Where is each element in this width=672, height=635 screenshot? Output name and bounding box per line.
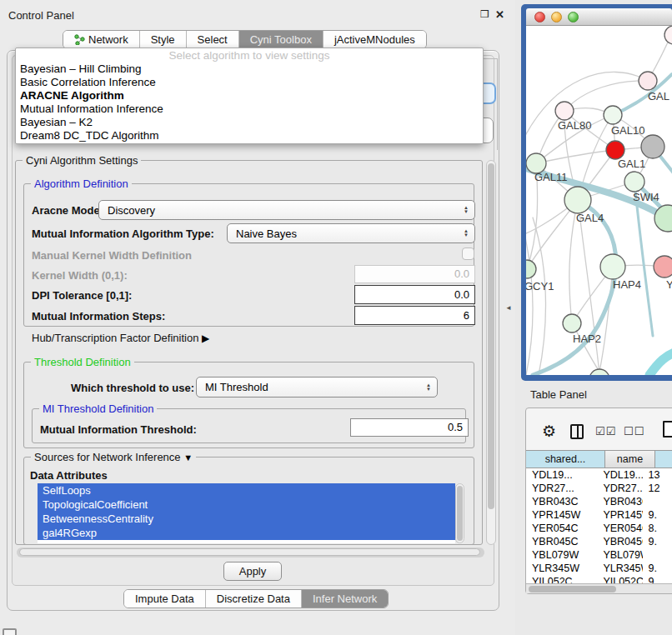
dropdown-item[interactable]: Dream8 DC_TDC Algorithm	[16, 129, 483, 142]
hub-section-toggle[interactable]: Hub/Transcription Factor Definition ▶	[32, 332, 209, 344]
table-cell	[643, 495, 672, 508]
settings-scrollbar-thumb[interactable]	[488, 163, 494, 509]
network-node-gal10[interactable]	[604, 106, 622, 124]
network-node-gal[interactable]	[639, 72, 657, 90]
float-panel-icon[interactable]: ❒	[480, 8, 489, 20]
dropdown-item[interactable]: Bayesian – K2	[16, 116, 483, 129]
network-node[interactable]	[641, 135, 664, 158]
aracne-mode-label: Aracne Mode:	[32, 204, 103, 217]
mi-threshold-field[interactable]: 0.5	[350, 418, 469, 437]
aracne-mode-combo[interactable]: Discovery ▲▼	[98, 200, 475, 220]
table-row[interactable]: YBR043CYBR043C	[526, 495, 672, 508]
table-row[interactable]: YBL079WYBL079W	[526, 548, 672, 562]
table-header-row: shared...name	[526, 450, 672, 468]
deselect-all-checkboxes-icon[interactable]: ☐☐	[624, 425, 644, 438]
network-window-titlebar[interactable]	[526, 8, 672, 26]
table-row[interactable]: YBR045CYBR045C9.	[526, 535, 672, 548]
table-cell: YER054C	[597, 522, 642, 535]
network-canvas[interactable]: GALGAL80GAL10GAL1GAL11SWI4GAL4GCY1HAP4YH…	[526, 26, 672, 375]
network-node-y[interactable]	[654, 256, 672, 278]
tab-jactivemnodules[interactable]: jActiveMNodules	[323, 31, 426, 48]
dropdown-item[interactable]: Mutual Information Inference	[16, 102, 483, 116]
attribute-list-item[interactable]: TopologicalCoefficient	[38, 498, 455, 512]
mi-steps-field[interactable]: 6	[354, 306, 475, 325]
column-header[interactable]: name	[605, 450, 655, 468]
table-cell: YDL19...	[526, 468, 597, 482]
network-node-gcy1[interactable]	[526, 260, 536, 278]
dock-panel-icon[interactable]	[3, 628, 17, 635]
manual-kernel-checkbox[interactable]	[462, 248, 474, 260]
attributes-scrollbar-thumb[interactable]	[457, 486, 463, 541]
data-attributes-list[interactable]: SelfLoopsTopologicalCoefficientBetweenne…	[38, 483, 455, 543]
tab-style[interactable]: Style	[139, 31, 186, 48]
export-table-icon[interactable]	[663, 421, 672, 438]
dpi-tolerance-field[interactable]: 0.0	[354, 285, 475, 304]
close-window-icon[interactable]	[534, 12, 545, 22]
attribute-list-item[interactable]: BetweennessCentrality	[38, 512, 455, 526]
table-row[interactable]: YIL052CYIL052C9	[526, 575, 672, 583]
minimize-window-icon[interactable]	[551, 12, 562, 22]
table-cell: 13	[643, 468, 672, 482]
mi-type-combo[interactable]: Naive Bayes ▲▼	[227, 223, 475, 243]
table-row[interactable]: YDR27...YDR27...12	[526, 482, 672, 495]
tab-infer-network[interactable]: Infer Network	[301, 590, 388, 608]
column-header[interactable]	[655, 450, 672, 468]
tab-network[interactable]: Network	[63, 31, 139, 48]
table-row[interactable]: YER054CYER054C8.	[526, 522, 672, 535]
column-header[interactable]: shared...	[526, 450, 605, 468]
tab-cyni-toolbox[interactable]: Cyni Toolbox	[238, 31, 323, 48]
network-node[interactable]	[589, 369, 609, 375]
network-node-gal4[interactable]	[564, 187, 591, 213]
network-node-gal1[interactable]	[606, 141, 624, 159]
dropdown-item[interactable]: Bayesian – Hill Climbing	[16, 62, 483, 76]
table-hscrollbar-thumb[interactable]	[529, 586, 616, 592]
table-row[interactable]: YLR345WYLR345W9.	[526, 562, 672, 575]
kernel-width-field[interactable]: 0.0	[354, 265, 475, 283]
table-cell: YBR043C	[526, 495, 597, 508]
table-panel-title: Table Panel	[530, 388, 587, 401]
table-row[interactable]: YDL19...YDL19...13	[526, 468, 672, 482]
select-all-checkboxes-icon[interactable]: ☑☑	[595, 425, 616, 438]
aracne-mode-value: Discovery	[108, 204, 155, 217]
settings-hscrollbar-thumb[interactable]	[19, 548, 480, 556]
control-panel: Control Panel ❒ ✕ NetworkStyleSelectCyni…	[0, 0, 515, 635]
attribute-list-item[interactable]: SelfLoops	[38, 483, 455, 498]
network-node-swi4[interactable]	[624, 172, 644, 192]
settings-horizontal-scrollbar[interactable]	[17, 548, 484, 558]
network-node[interactable]	[664, 26, 672, 44]
table-cell: YBL079W	[526, 548, 597, 562]
dropdown-item[interactable]: ARACNE Algorithm	[16, 89, 483, 102]
network-graph: GALGAL80GAL10GAL1GAL11SWI4GAL4GCY1HAP4YH…	[526, 26, 672, 375]
table-cell: YBL079W	[597, 548, 642, 562]
mi-type-label: Mutual Information Algorithm Type:	[32, 228, 214, 240]
node-label: GAL	[648, 90, 669, 102]
network-node-hap2[interactable]	[563, 314, 581, 332]
gear-icon[interactable]: ⚙	[542, 422, 556, 441]
apply-button[interactable]: Apply	[223, 562, 282, 581]
sources-group-title[interactable]: Sources for Network Inference ▼	[31, 451, 196, 463]
collapsed-arrow-icon[interactable]: ▶	[202, 332, 209, 344]
dropdown-item[interactable]: Basic Correlation Inference	[16, 76, 483, 89]
columns-icon[interactable]	[570, 424, 584, 439]
node-label: HAP4	[613, 278, 641, 291]
network-node-hap4[interactable]	[600, 254, 625, 279]
attributes-list-scrollbar[interactable]	[455, 483, 464, 543]
tab-impute-data[interactable]: Impute Data	[124, 590, 205, 608]
tab-discretize-data[interactable]: Discretize Data	[205, 590, 301, 608]
table-horizontal-scrollbar[interactable]	[526, 583, 672, 593]
expanded-arrow-icon[interactable]: ▼	[183, 452, 193, 462]
which-threshold-combo[interactable]: MI Threshold ▲▼	[196, 377, 438, 398]
mi-steps-label: Mutual Information Steps:	[32, 310, 165, 322]
table-cell: YLR345W	[526, 562, 597, 575]
combo-spinner-icon: ▲▼	[464, 206, 469, 214]
attribute-list-item[interactable]: gal4RGexp	[38, 526, 455, 540]
zoom-window-icon[interactable]	[568, 12, 579, 22]
table-row[interactable]: YPR145WYPR145W9.	[526, 508, 672, 522]
tab-select[interactable]: Select	[186, 31, 238, 48]
settings-vertical-scrollbar[interactable]	[486, 160, 496, 545]
panel-splitter-handle[interactable]: ◄	[505, 304, 512, 312]
network-node-gal80[interactable]	[555, 102, 574, 120]
node-label: GAL11	[534, 171, 568, 183]
node-label: GCY1	[526, 280, 554, 292]
close-panel-icon[interactable]: ✕	[495, 8, 504, 21]
